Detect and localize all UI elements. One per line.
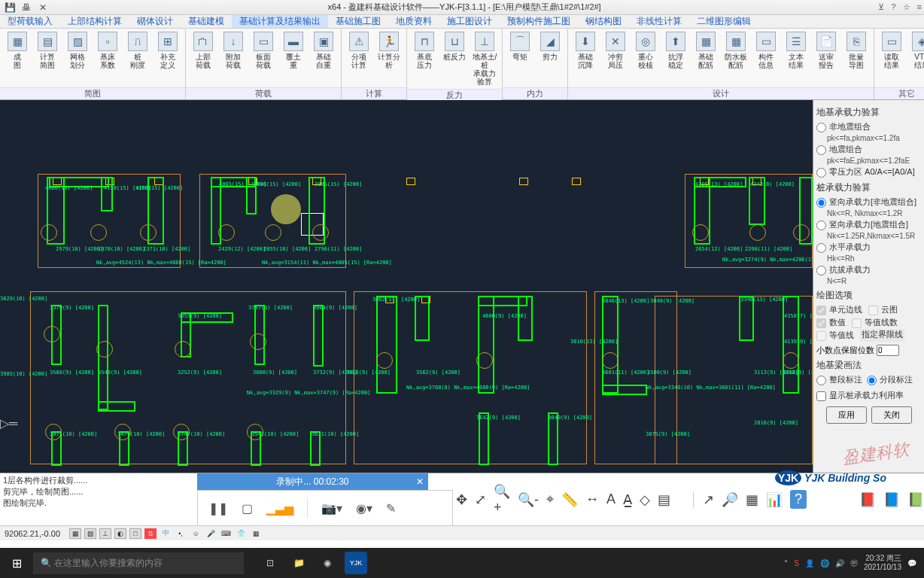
ribbon-桩刚度[interactable]: ⎍桩 刚度 [123,30,152,71]
radio-seismic[interactable]: 地震组合 [816,143,921,156]
taskbar-search[interactable]: 🔍 在这里输入你要搜索的内容 [33,552,244,574]
help-tool-icon[interactable]: ? [790,490,807,509]
zoom-window-icon[interactable]: ⌖ [546,491,554,507]
tray-volume-icon[interactable]: 🔊 [835,559,844,567]
menu-tab-4[interactable]: 基础计算及结果输出 [232,15,328,28]
ribbon-计算分析[interactable]: 🏃计算分析 [375,30,403,71]
chk-unit-edge[interactable]: 单元边线 [816,303,862,316]
save-icon[interactable]: 💾 [5,2,15,13]
radio-horizontal[interactable]: 水平承载力 [816,241,921,254]
snap-toggle[interactable]: ▦ [69,528,81,539]
task-view-icon[interactable]: ⊡ [259,552,281,574]
drawing-canvas[interactable]: ▷═ [0,100,813,473]
ime-emoji[interactable]: ☺ [190,528,202,539]
chk-value[interactable]: 数值 [816,316,846,329]
ribbon-桩反力[interactable]: ⊔桩反力 [440,30,469,62]
ribbon-基础沉降[interactable]: ⬇基础 沉降 [571,30,600,71]
ribbon-附加荷载[interactable]: ↓附加 荷载 [219,30,248,71]
ribbon-抗浮稳定[interactable]: ⬆抗浮 稳定 [661,30,690,71]
sogou-icon[interactable]: S [144,528,157,539]
find-icon[interactable]: 🔎 [722,491,738,508]
chk-limit-line[interactable]: 指定界限线 [860,329,904,342]
menu-tab-1[interactable]: 上部结构计算 [60,15,129,28]
ribbon-剪力[interactable]: ◢剪力 [536,30,564,62]
ribbon-上部荷载[interactable]: ⛫上部 荷载 [189,30,217,71]
zoom-out-icon[interactable]: 🔍- [518,491,539,508]
recording-close-icon[interactable]: ✕ [416,476,424,487]
chk-contour-count[interactable]: 等值线数 [852,316,898,329]
chk-cloud[interactable]: 云图 [868,303,898,316]
ribbon-文本结果[interactable]: ☰文本 结果 [782,30,810,71]
dimension-icon[interactable]: ↔ [585,491,599,507]
ribbon-防水板配筋[interactable]: ▦防水板 配筋 [722,30,750,71]
layer-icon[interactable]: ▤ [658,491,670,508]
tray-ime-icon[interactable]: ㊥ [850,558,858,568]
chk-contour[interactable]: 等值线 [816,329,854,342]
ribbon-基底压力[interactable]: ⊓基底 压力 [410,30,439,71]
close-doc-icon[interactable]: ✕ [38,2,48,13]
ribbon-冲剪局压[interactable]: ✕冲剪 局压 [601,30,630,71]
ime-skin[interactable]: 👕 [235,528,247,539]
ime-mic[interactable]: 🎤 [205,528,217,539]
pdf-icon[interactable]: 📕 [859,491,876,508]
ribbon-覆土重[interactable]: ▬覆土 重 [279,30,308,71]
radio-non-seismic[interactable]: 非地震组合 [816,120,921,133]
close-button[interactable]: 关闭 [871,406,912,424]
export-icon[interactable]: 📗 [907,491,924,508]
tray-sogou-icon[interactable]: S [794,559,799,567]
menu-tab-10[interactable]: 非线性计算 [629,15,689,28]
radio-whole-mark[interactable]: 整段标注 [816,373,862,386]
tray-up-icon[interactable]: ˄ [784,559,788,567]
zoom-in-icon[interactable]: 🔍+ [494,483,510,516]
radio-vertical-seismic[interactable]: 竖向承载力[地震组合] [816,218,921,231]
help-icon[interactable]: ? [891,2,895,11]
ribbon-分项计算[interactable]: ⚠分项 计算 [345,30,373,71]
text-icon[interactable]: A [606,491,615,507]
pen-icon[interactable]: ✎ [386,501,396,516]
ribbon-送审报告[interactable]: 📄送审 报告 [812,30,840,71]
radio-zero-pressure[interactable]: 零压力区 A0/A<=[A0/A] [816,166,921,178]
ime-menu[interactable]: ▦ [250,528,262,539]
ribbon-补充定义[interactable]: ⊞补充 定义 [153,30,182,71]
ribbon-板面荷载[interactable]: ▭板面 荷载 [249,30,278,71]
ribbon-成图[interactable]: ▦成 图 [3,30,32,71]
print-icon[interactable]: 🖶 [21,2,32,13]
ribbon-基床系数[interactable]: ▫基床 系数 [93,30,122,71]
menu-tab-0[interactable]: 型荷载输入 [0,15,60,28]
yjk-app-icon[interactable]: YJK [345,552,367,574]
menu-icon[interactable]: ≡ [917,2,922,11]
menu-tab-11[interactable]: 二维图形编辑 [689,15,758,28]
axis-icon[interactable]: ↗ [693,491,714,508]
chrome-icon[interactable]: ◉ [316,552,339,574]
pan-icon[interactable]: ✥ [456,491,467,508]
radio-vertical-nonseismic[interactable]: 竖向承载力[非地震组合] [816,196,921,208]
ribbon-基础配筋[interactable]: ▦基础 配筋 [691,30,720,71]
menu-tab-2[interactable]: 砌体设计 [129,15,181,28]
start-button[interactable]: ⊞ [0,548,33,578]
ribbon-重心校核[interactable]: ◎重心 校核 [631,30,660,71]
measure-icon[interactable]: 📏 [561,491,578,508]
ribbon-读取结果[interactable]: ▭读取 结果 [877,30,906,71]
calc-icon[interactable]: 📊 [766,491,783,508]
menu-tab-7[interactable]: 施工图设计 [439,15,500,28]
decimals-input[interactable] [877,345,899,356]
ribbon-网格划分[interactable]: ▨网格 划分 [63,30,92,71]
tray-people-icon[interactable]: 👤 [805,559,814,567]
menu-tab-5[interactable]: 基础施工图 [328,15,388,28]
camera-icon[interactable]: 📷▾ [321,501,342,516]
apply-button[interactable]: 应用 [826,406,867,424]
radio-uplift[interactable]: 抗拔承载力 [816,263,921,276]
menu-tab-8[interactable]: 预制构件施工图 [500,15,578,28]
text2-icon[interactable]: A̲ [623,491,632,508]
yjk-icon[interactable]: ⊻ [878,2,884,11]
zoom-extents-icon[interactable]: ⤢ [475,491,486,508]
grid-toggle[interactable]: ▨ [84,528,96,539]
radio-segment-mark[interactable]: 分段标注 [867,373,913,386]
osnap-toggle[interactable]: □ [129,528,141,539]
ribbon-批量导图[interactable]: ⎘批量 导图 [842,30,871,71]
notification-icon[interactable]: 💬 [907,559,916,567]
star-icon[interactable]: ☆ [903,2,910,11]
explorer-icon[interactable]: 📁 [287,552,310,574]
ribbon-构件信息[interactable]: ▭构件 信息 [752,30,780,71]
taskbar-clock[interactable]: 20:32 周三 2021/10/13 [864,554,901,572]
